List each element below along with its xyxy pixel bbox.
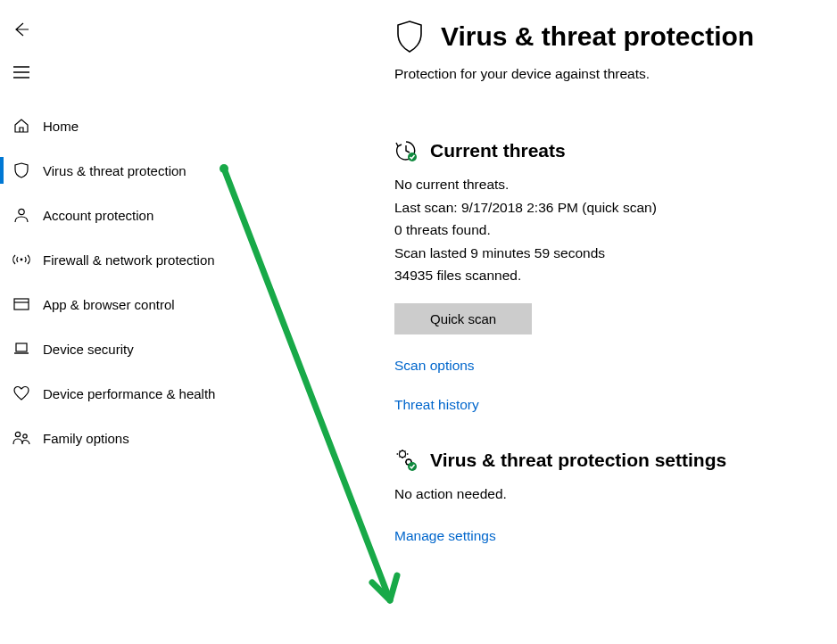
sidebar-item-label: Virus & threat protection	[43, 163, 186, 178]
sidebar: Home Virus & threat protection Account p…	[0, 0, 366, 644]
sidebar-item-firewall[interactable]: Firewall & network protection	[0, 237, 366, 282]
svg-point-4	[15, 432, 20, 436]
threats-none: No current threats.	[394, 173, 828, 196]
heart-icon	[0, 384, 43, 402]
sidebar-item-label: Family options	[43, 431, 129, 446]
section-header: Virus & threat protection settings	[394, 449, 828, 472]
section-header: Current threats	[394, 139, 828, 162]
window-icon	[0, 295, 43, 313]
sidebar-item-label: Device security	[43, 342, 134, 357]
sidebar-item-family[interactable]: Family options	[0, 416, 366, 460]
page-title: Virus & threat protection	[441, 21, 754, 52]
people-icon	[0, 429, 43, 447]
back-arrow-icon	[12, 21, 30, 38]
scan-options-link[interactable]: Scan options	[394, 358, 828, 374]
sidebar-item-account[interactable]: Account protection	[0, 193, 366, 237]
history-check-icon	[394, 139, 418, 162]
back-button[interactable]	[0, 12, 43, 46]
quick-scan-button[interactable]: Quick scan	[394, 303, 532, 334]
threats-found: 0 threats found.	[394, 219, 828, 242]
sidebar-item-device-performance[interactable]: Device performance & health	[0, 371, 366, 416]
threat-history-link[interactable]: Threat history	[394, 397, 828, 413]
page-title-row: Virus & threat protection	[394, 20, 828, 54]
sidebar-item-virus-threat[interactable]: Virus & threat protection	[0, 148, 366, 193]
section-title: Current threats	[430, 140, 566, 161]
laptop-icon	[0, 340, 43, 358]
settings-status: No action needed.	[394, 483, 828, 506]
broadcast-icon	[0, 251, 43, 268]
manage-settings-link[interactable]: Manage settings	[394, 528, 828, 544]
sidebar-item-label: Firewall & network protection	[43, 252, 215, 268]
hamburger-icon	[13, 66, 29, 78]
threats-files: 34935 files scanned.	[394, 264, 828, 287]
shield-large-icon	[394, 20, 425, 54]
threats-last-scan: Last scan: 9/17/2018 2:36 PM (quick scan…	[394, 196, 828, 219]
svg-rect-3	[16, 343, 27, 351]
settings-section: Virus & threat protection settings No ac…	[394, 449, 828, 545]
sidebar-item-label: Account protection	[43, 208, 153, 223]
page-subtitle: Protection for your device against threa…	[394, 66, 828, 82]
sidebar-item-label: App & browser control	[43, 297, 175, 312]
threats-duration: Scan lasted 9 minutes 59 seconds	[394, 242, 828, 265]
svg-point-7	[399, 450, 405, 457]
menu-button[interactable]	[0, 55, 43, 89]
svg-point-0	[19, 209, 24, 214]
main-content: Virus & threat protection Protection for…	[366, 0, 837, 644]
shield-icon	[0, 161, 43, 179]
sidebar-item-app-browser[interactable]: App & browser control	[0, 282, 366, 326]
home-icon	[0, 117, 43, 135]
sidebar-item-device-security[interactable]: Device security	[0, 326, 366, 371]
sidebar-item-label: Device performance & health	[43, 386, 215, 401]
svg-point-1	[21, 259, 23, 261]
sidebar-item-label: Home	[43, 119, 79, 134]
svg-rect-2	[14, 299, 29, 310]
svg-point-5	[23, 434, 27, 438]
person-icon	[0, 206, 43, 224]
current-threats-section: Current threats No current threats. Last…	[394, 139, 828, 413]
section-title: Virus & threat protection settings	[430, 450, 726, 471]
sidebar-item-home[interactable]: Home	[0, 103, 366, 148]
gear-check-icon	[394, 449, 418, 472]
